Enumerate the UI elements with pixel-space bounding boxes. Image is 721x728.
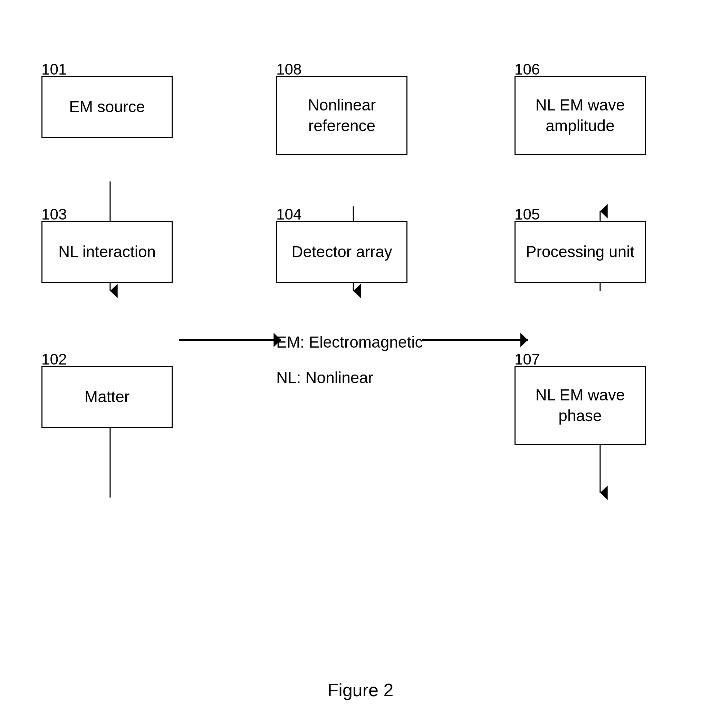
nl-interaction-label: NL interaction <box>58 242 156 262</box>
nl-em-amplitude-label: NL EM wave amplitude <box>535 95 625 136</box>
em-source-label: EM source <box>69 97 145 117</box>
matter-number: 102 <box>41 351 67 368</box>
diagram-container: EM source 101 NL interaction 103 Matter … <box>21 28 700 700</box>
processing-unit-label: Processing unit <box>526 242 635 262</box>
detector-array-number: 104 <box>276 206 302 223</box>
nl-em-phase-number: 107 <box>514 351 540 368</box>
legend: EM: Electromagnetic NL: Nonlinear <box>276 328 422 392</box>
detector-array-box: Detector array <box>276 221 407 283</box>
nl-em-amplitude-box: NL EM wave amplitude <box>514 76 646 155</box>
nl-interaction-box: NL interaction <box>41 221 173 283</box>
processing-unit-box: Processing unit <box>514 221 646 283</box>
nonlinear-reference-label: Nonlinear reference <box>308 95 376 136</box>
nl-em-amplitude-number: 106 <box>514 61 540 78</box>
legend-line2: NL: Nonlinear <box>276 364 422 392</box>
matter-label: Matter <box>84 387 130 407</box>
nonlinear-reference-number: 108 <box>276 61 302 78</box>
nl-em-phase-box: NL EM wave phase <box>514 366 646 445</box>
legend-line1: EM: Electromagnetic <box>276 328 422 356</box>
processing-unit-number: 105 <box>514 206 540 223</box>
em-source-box: EM source <box>41 76 173 138</box>
nl-em-phase-label: NL EM wave phase <box>535 385 625 426</box>
matter-box: Matter <box>41 366 173 428</box>
em-source-number: 101 <box>41 61 67 78</box>
nonlinear-reference-box: Nonlinear reference <box>276 76 407 155</box>
detector-array-label: Detector array <box>291 242 392 262</box>
nl-interaction-number: 103 <box>41 206 67 223</box>
figure-caption: Figure 2 <box>0 680 721 700</box>
